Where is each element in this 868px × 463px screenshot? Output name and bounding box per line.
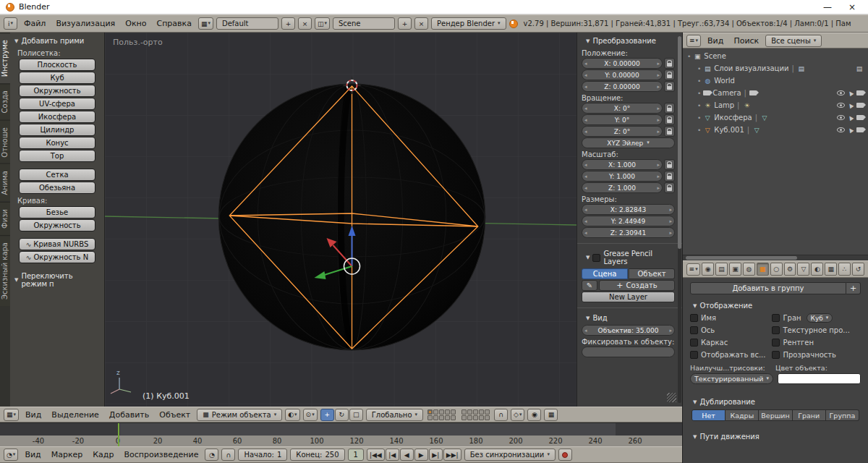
new-layer-button[interactable]: New Layer [582,292,675,302]
scene-select[interactable]: Scene [333,17,395,30]
scrollbar-thumb[interactable] [686,256,797,260]
n-panel-scrollbar[interactable] [678,36,681,403]
disclosure-dot-icon[interactable]: • [697,127,701,134]
axis-checkbox-row[interactable]: Ось [690,324,772,336]
lock-frame-range-toggle[interactable]: ∩ [221,449,235,461]
add-torus-button[interactable]: Тор [19,150,95,162]
tab-grease-pencil[interactable]: Эскизный кара [0,235,10,306]
outliner-row-camera[interactable]: • Camera | ▶ [684,87,867,99]
selectability-cursor-icon[interactable]: ▶ [847,114,854,122]
manipulator-translate-button[interactable]: + [320,409,334,421]
tab-world[interactable]: ◍ [743,263,755,276]
transform-panel-header[interactable]: ▼Преобразование [582,34,675,47]
lock-icon[interactable] [664,126,675,137]
outliner-row-icosphere[interactable]: • ▽ Икосфера | ▽ ▶ [684,111,867,124]
menu-select[interactable]: Выделение [48,410,103,420]
menu-help[interactable]: Справка [153,19,195,28]
gp-scene-button[interactable]: Сцена [582,268,628,279]
screen-layout-add-button[interactable]: + [281,17,295,30]
editor-type-info-icon[interactable]: i▾ [4,17,17,30]
editor-type-outliner-icon[interactable]: ≡▾ [686,35,701,47]
transparency-checkbox-row[interactable]: Прозрачность [772,349,861,361]
menu-add[interactable]: Добавить [106,410,153,420]
checkbox[interactable] [690,339,698,347]
render-restrict-icon[interactable]: ▤ [855,65,864,72]
sync-mode-select[interactable]: Без синхронизации▾ [464,449,556,461]
lock-icon[interactable] [664,159,675,170]
add-to-group-button[interactable]: Добавить в группу [690,282,846,294]
disclosure-dot-icon[interactable]: • [697,77,701,85]
gp-create-button[interactable]: +Создать [599,280,675,291]
checkbox[interactable] [690,351,698,359]
rotation-x-field[interactable]: X:0° [582,103,663,114]
scene-delete-button[interactable]: × [414,17,428,30]
manipulator-rotate-button[interactable]: ↻ [335,409,349,421]
wire-checkbox-row[interactable]: Каркас [690,336,772,349]
pencil-icon[interactable]: ✎ [582,280,597,291]
motion-paths-panel-header[interactable]: ▼Пути движения [689,430,862,443]
bounds-type-select[interactable]: Куб▾ [807,313,833,323]
checkbox[interactable] [772,339,780,347]
tab-render[interactable]: ◉ [702,263,714,276]
menu-object[interactable]: Объект [156,410,194,420]
lens-field[interactable]: Объектив:35.000 [582,325,675,336]
viewport-canvas[interactable]: z Польз.-орто (1) Куб.001 [105,33,576,407]
opengl-render-anim-button[interactable]: ▦ [544,409,558,421]
scale-z-field[interactable]: Z:1.000 [582,182,663,193]
snap-magnet-button[interactable]: ∩ [494,409,508,421]
object-color-swatch[interactable] [778,373,861,384]
disclosure-dot-icon[interactable]: • [697,90,701,97]
bounds-checkbox-row[interactable]: ГранКуб▾ [772,312,861,324]
outliner-row-cube001[interactable]: • ▽ Куб.001 | ▽ ▶ [684,124,867,136]
view-panel-header[interactable]: ▼Вид [582,311,675,324]
visibility-eye-icon[interactable] [837,127,845,132]
timeline-ruler[interactable]: -40 -20 0 20 40 60 80 100 120 140 160 18… [0,422,682,446]
add-bezier-button[interactable]: Безье [19,206,95,218]
renderability-camera-icon[interactable] [856,115,864,120]
lock-icon[interactable] [664,103,675,114]
tab-object[interactable]: ■ [757,263,769,276]
add-nurbs-curve-button[interactable]: ∿Кривая NURBS [19,238,95,250]
add-cone-button[interactable]: Конус [19,137,95,149]
xray-checkbox-row[interactable]: Рентген [772,336,861,349]
end-frame-field[interactable]: Конец:250 [290,449,344,461]
scene-browse-icon[interactable]: ◫▾ [315,17,330,30]
tab-constraints[interactable]: ○ [770,263,783,276]
tab-physics[interactable]: Физи [0,202,10,235]
disclosure-dot-icon[interactable]: • [697,102,701,109]
lock-icon[interactable] [664,58,675,69]
rotation-z-field[interactable]: Z:0° [582,126,663,137]
outliner-row-scene[interactable]: • ▣ Scene [684,50,867,62]
menu-file[interactable]: Файл [20,19,49,28]
screen-layout-delete-button[interactable]: × [298,17,312,30]
menu-view[interactable]: Вид [21,450,44,459]
dup-none-button[interactable]: Нет [692,409,726,421]
scene-add-button[interactable]: + [398,17,412,30]
add-grid-button[interactable]: Сетка [19,169,95,181]
add-monkey-button[interactable]: Обезьяна [19,182,95,194]
visibility-eye-icon[interactable] [837,90,845,95]
max-draw-type-select[interactable]: Текстурированный▾ [690,373,773,384]
menu-view[interactable]: Вид [704,36,727,46]
tab-scene[interactable]: ▣ [729,263,741,276]
name-checkbox-row[interactable]: Имя [690,312,772,324]
disclosure-dot-icon[interactable]: • [697,65,701,72]
disclosure-dot-icon[interactable]: • [687,53,691,60]
menu-window[interactable]: Окно [122,19,150,28]
outliner-horizontal-scrollbar[interactable] [683,255,868,260]
pivot-point-select[interactable]: ⊙▾ [303,409,318,421]
tab-animation[interactable]: Анима [0,163,10,202]
add-circle-button[interactable]: Окружность [19,85,95,97]
outliner-row-render-layers[interactable]: • ▤ Слои визуализации | ▤ ▤ [684,62,867,75]
jump-to-start-button[interactable]: |◀◀ [367,449,385,461]
dimension-y-field[interactable]: Y:2.44949 [582,216,675,226]
opengl-render-button[interactable]: ◉ [527,409,541,421]
layers-group-2[interactable] [461,409,490,420]
editor-type-timeline-icon[interactable]: ◔▾ [4,449,18,461]
renderability-camera-icon[interactable] [856,90,864,95]
tab-create[interactable]: Созда [0,83,10,119]
current-frame-line[interactable] [118,423,119,446]
display-panel-header[interactable]: ▼Отображение [689,299,862,312]
current-frame-field[interactable]: 1 [348,449,364,461]
disclosure-dot-icon[interactable]: • [697,114,701,122]
